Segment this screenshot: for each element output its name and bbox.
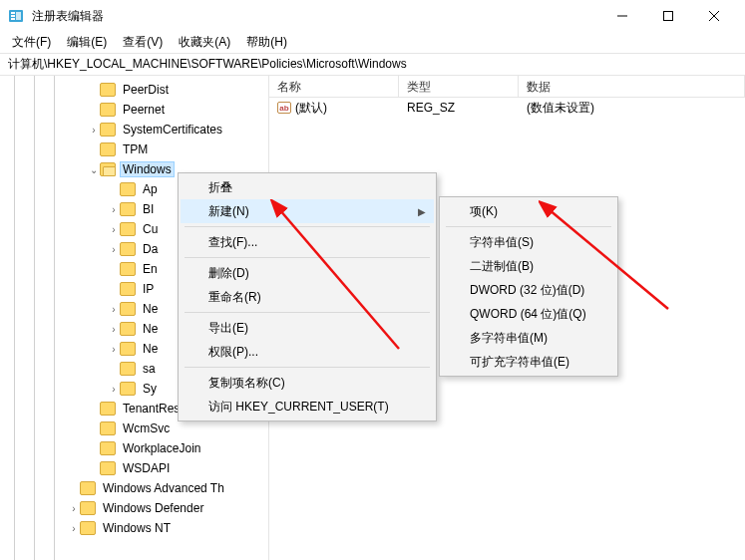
tree-item-label: Windows xyxy=(120,161,175,177)
chevron-icon[interactable]: › xyxy=(68,523,80,534)
tree-item[interactable]: WcmSvc xyxy=(0,419,268,438)
submenu-label: QWORD (64 位)值(Q) xyxy=(470,306,586,323)
tree-item-label: Windows NT xyxy=(100,520,174,536)
chevron-icon[interactable]: › xyxy=(88,125,100,136)
tree-item[interactable]: Peernet xyxy=(0,100,268,120)
chevron-icon[interactable]: › xyxy=(108,384,120,395)
folder-icon xyxy=(100,461,116,475)
folder-icon xyxy=(120,262,136,276)
folder-icon xyxy=(120,342,136,356)
tree-item-label: WorkplaceJoin xyxy=(120,440,203,456)
context-menu-item[interactable]: 复制项名称(C) xyxy=(181,371,434,395)
folder-icon xyxy=(100,123,116,137)
context-menu-label: 导出(E) xyxy=(208,320,248,337)
list-header: 名称 类型 数据 xyxy=(269,76,745,98)
context-menu-label: 查找(F)... xyxy=(208,234,257,251)
tree-item-label: Windows Defender xyxy=(100,500,206,516)
submenu-item[interactable]: 可扩充字符串值(E) xyxy=(442,350,615,374)
maximize-button[interactable] xyxy=(645,0,691,32)
context-menu-item[interactable]: 折叠 xyxy=(181,175,434,199)
tree-item-label: BI xyxy=(140,201,157,217)
app-icon xyxy=(8,8,24,24)
chevron-icon[interactable]: › xyxy=(108,304,120,315)
tree-item[interactable]: ›Windows Defender xyxy=(0,498,268,518)
context-menu-label: 重命名(R) xyxy=(208,289,261,306)
tree-item-label: Peernet xyxy=(120,102,168,118)
svg-rect-2 xyxy=(11,15,15,17)
submenu-item[interactable]: 项(K) xyxy=(442,199,615,223)
menu-edit[interactable]: 编辑(E) xyxy=(59,32,115,53)
tree-item-label: Ne xyxy=(140,321,161,337)
tree-item-label: Ne xyxy=(140,301,161,317)
context-menu-item[interactable]: 权限(P)... xyxy=(181,340,434,364)
menu-file[interactable]: 文件(F) xyxy=(4,32,59,53)
menu-favorites[interactable]: 收藏夹(A) xyxy=(171,32,238,53)
submenu-label: 二进制值(B) xyxy=(470,258,534,275)
col-data[interactable]: 数据 xyxy=(519,76,745,97)
tree-item-label: SystemCertificates xyxy=(120,122,225,138)
submenu-new: 项(K)字符串值(S)二进制值(B)DWORD (32 位)值(D)QWORD … xyxy=(439,196,618,377)
address-bar[interactable]: 计算机\HKEY_LOCAL_MACHINE\SOFTWARE\Policies… xyxy=(0,54,745,76)
tree-item[interactable]: Windows Advanced Th xyxy=(0,478,268,498)
chevron-icon[interactable]: ⌄ xyxy=(88,164,100,175)
tree-item[interactable]: WSDAPI xyxy=(0,458,268,478)
context-menu-item[interactable]: 重命名(R) xyxy=(181,285,434,309)
context-menu-label: 新建(N) xyxy=(208,203,249,220)
chevron-icon[interactable]: › xyxy=(108,244,120,255)
chevron-icon[interactable]: › xyxy=(108,344,120,355)
context-menu-item[interactable]: 新建(N)▶ xyxy=(181,199,434,223)
context-menu-label: 折叠 xyxy=(208,179,232,196)
context-menu-item[interactable]: 导出(E) xyxy=(181,316,434,340)
list-row[interactable]: ab(默认) REG_SZ (数值未设置) xyxy=(269,98,745,118)
submenu-item[interactable]: 二进制值(B) xyxy=(442,254,615,278)
minimize-button[interactable] xyxy=(599,0,645,32)
context-menu-item[interactable]: 删除(D) xyxy=(181,261,434,285)
folder-icon xyxy=(80,481,96,495)
value-type: REG_SZ xyxy=(399,99,519,117)
folder-icon xyxy=(100,441,116,455)
chevron-icon[interactable]: › xyxy=(108,224,120,235)
context-menu-label: 复制项名称(C) xyxy=(208,375,285,392)
folder-icon xyxy=(100,142,116,156)
submenu-item[interactable]: DWORD (32 位)值(D) xyxy=(442,278,615,302)
string-value-icon: ab xyxy=(277,102,291,114)
submenu-item[interactable]: QWORD (64 位)值(Q) xyxy=(442,302,615,326)
context-menu-item[interactable]: 查找(F)... xyxy=(181,230,434,254)
menu-view[interactable]: 查看(V) xyxy=(115,32,171,53)
folder-icon xyxy=(100,103,116,117)
submenu-item[interactable]: 字符串值(S) xyxy=(442,230,615,254)
folder-icon xyxy=(120,222,136,236)
tree-item[interactable]: TPM xyxy=(0,140,268,159)
tree-item-label: En xyxy=(140,261,161,277)
context-menu-label: 访问 HKEY_CURRENT_USER(T) xyxy=(208,399,389,416)
tree-item-label: Cu xyxy=(140,221,161,237)
submenu-label: 多字符串值(M) xyxy=(470,330,548,347)
chevron-icon[interactable]: › xyxy=(108,204,120,215)
title-bar: 注册表编辑器 xyxy=(0,0,745,32)
chevron-icon[interactable]: › xyxy=(108,324,120,335)
svg-rect-6 xyxy=(664,12,673,21)
context-menu-item[interactable]: 访问 HKEY_CURRENT_USER(T) xyxy=(181,395,434,419)
close-button[interactable] xyxy=(691,0,737,32)
window-title: 注册表编辑器 xyxy=(32,8,599,25)
folder-icon xyxy=(120,302,136,316)
col-name[interactable]: 名称 xyxy=(269,76,399,97)
submenu-label: 可扩充字符串值(E) xyxy=(470,354,569,371)
tree-item[interactable]: WorkplaceJoin xyxy=(0,438,268,458)
menu-help[interactable]: 帮助(H) xyxy=(238,32,295,53)
submenu-label: 项(K) xyxy=(470,203,498,220)
tree-item[interactable]: ›Windows NT xyxy=(0,518,268,538)
folder-icon xyxy=(100,402,116,416)
submenu-item[interactable]: 多字符串值(M) xyxy=(442,326,615,350)
tree-item[interactable]: PeerDist xyxy=(0,80,268,100)
col-type[interactable]: 类型 xyxy=(399,76,519,97)
context-menu-label: 删除(D) xyxy=(208,265,249,282)
folder-icon xyxy=(100,421,116,435)
tree-item-label: IP xyxy=(140,281,157,297)
chevron-icon[interactable]: › xyxy=(68,503,80,514)
chevron-right-icon: ▶ xyxy=(418,206,426,217)
tree-item[interactable]: ›SystemCertificates xyxy=(0,120,268,140)
tree-item-label: Da xyxy=(140,241,161,257)
tree-item-label: WSDAPI xyxy=(120,460,173,476)
folder-icon xyxy=(120,282,136,296)
